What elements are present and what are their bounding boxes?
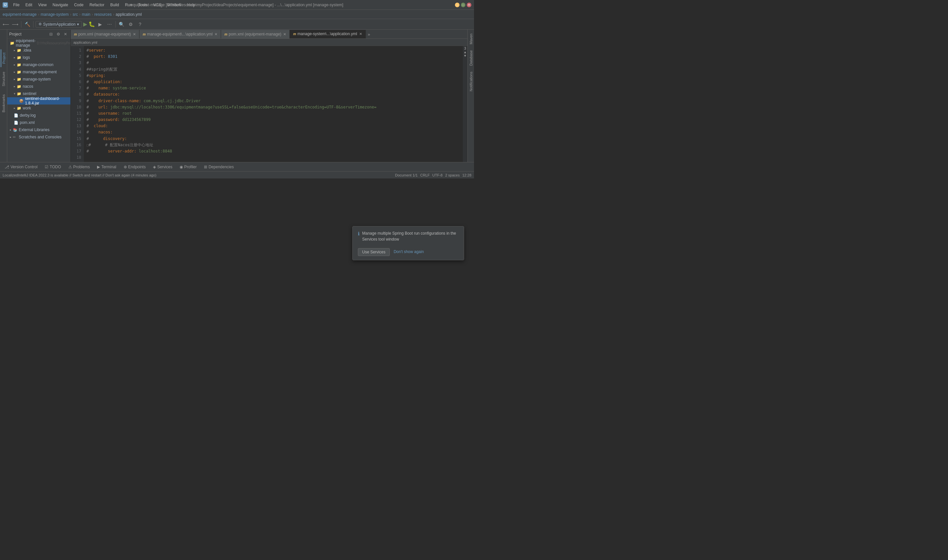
breadcrumb-item-1[interactable]: equipment-manage <box>3 12 37 17</box>
tree-item-manage-equipment[interactable]: ▸📁manage-equipment <box>7 68 70 75</box>
bottom-tab-problems[interactable]: ⚠ Problems <box>65 164 93 170</box>
notifications-tool-window[interactable]: Notifications <box>468 69 474 94</box>
breadcrumb-item-3[interactable]: src <box>73 12 78 17</box>
maximize-button[interactable]: □ <box>461 3 465 7</box>
tree-item-pom-xml[interactable]: 📄pom.xml <box>7 119 70 126</box>
breadcrumb-item-5[interactable]: resources <box>94 12 112 17</box>
bottom-tab-endpoints[interactable]: ⊕ Endpoints <box>120 164 149 170</box>
line-number-4: 4 <box>71 66 81 72</box>
coverage-button[interactable]: ▶ <box>96 20 104 28</box>
more-run-button[interactable]: ⋯ <box>106 20 113 28</box>
editor-tab-1[interactable]: m manage-equipment\...\application.yml ✕ <box>139 30 221 38</box>
tab-more-button[interactable]: » <box>366 30 372 38</box>
code-line-10: # url: jdbc:mysql://localhost:3306/equip… <box>86 104 460 111</box>
tree-item-manage-common[interactable]: ▸📁manage-common <box>7 61 70 68</box>
menu-refactor[interactable]: Refactor <box>87 2 107 8</box>
bottom-tab-services[interactable]: ◈ Services <box>150 164 176 170</box>
bottom-tab-todo[interactable]: ☑ TODO <box>42 164 64 170</box>
search-button[interactable]: 🔍 <box>118 20 126 28</box>
line-number-6: 6 <box>71 79 81 85</box>
menu-code[interactable]: Code <box>71 2 86 8</box>
gutter-up[interactable]: ▲ <box>463 50 467 54</box>
code-line-1: #server: <box>86 47 460 54</box>
run-config-selector[interactable]: ⚙ SystemApplication ▾ <box>36 21 82 28</box>
tab-close-2[interactable]: ✕ <box>283 32 286 37</box>
database-tool-window[interactable]: Database <box>468 48 474 68</box>
gutter-down[interactable]: ▼ <box>463 54 467 57</box>
line-number-2: 2 <box>71 54 81 60</box>
left-tool-windows: Project Structure Bookmarks <box>0 29 7 162</box>
tree-item-scratches-and-consoles[interactable]: ▸✏Scratches and Consoles <box>7 134 70 141</box>
structure-tool-window[interactable]: Structure <box>1 68 6 90</box>
tree-item-work[interactable]: ▸📁work <box>7 105 70 112</box>
breadcrumb-item-2[interactable]: manage-system <box>40 12 68 17</box>
bottom-tab-label-6: Profiler <box>184 165 197 169</box>
code-line-11: # username: root <box>86 111 460 117</box>
code-editor[interactable]: 123456789101112131415161718 #server:# po… <box>71 46 468 162</box>
bottom-tool-windows: ⎇ Version Control☑ TODO⚠ Problems▶ Termi… <box>0 162 474 171</box>
tree-item-derby-log[interactable]: 📄derby.log <box>7 112 70 119</box>
bottom-tab-version-control[interactable]: ⎇ Version Control <box>1 164 41 170</box>
bottom-tab-terminal[interactable]: ▶ Terminal <box>94 164 119 170</box>
settings-project-button[interactable]: ⚙ <box>55 31 61 37</box>
editor-tab-3[interactable]: m manage-system\...\application.yml ✕ <box>290 30 366 38</box>
editor-tab-0[interactable]: m pom.xml (manage-equipment) ✕ <box>71 30 139 38</box>
status-indent[interactable]: 2 spaces <box>445 173 460 177</box>
minimize-button[interactable]: – <box>455 3 460 7</box>
line-numbers: 123456789101112131415161718 <box>71 46 84 162</box>
tree-item-manage-system[interactable]: ▸📁manage-system <box>7 75 70 83</box>
code-line-6: # application: <box>86 79 460 85</box>
bottom-tab-profiler[interactable]: ◉ Profiler <box>176 164 200 170</box>
right-gutter: 3 ▲ ▼ <box>463 46 468 162</box>
maven-tool-window[interactable]: Maven <box>468 31 474 47</box>
build-button[interactable]: 🔨 <box>23 20 31 28</box>
tree-item-equipment-manage[interactable]: 📁equipment-manage D:\YhcResource\myProje… <box>7 40 70 47</box>
breadcrumb-item-4[interactable]: main <box>82 12 91 17</box>
tree-item-external-libraries[interactable]: ▸📚External Libraries <box>7 126 70 134</box>
bottom-tab-dependencies[interactable]: ⊞ Dependencies <box>201 164 237 170</box>
tree-item--idea[interactable]: ▸📁.idea <box>7 47 70 54</box>
status-charset[interactable]: UTF-8 <box>432 173 442 177</box>
line-number-3: 3 <box>71 60 81 66</box>
editor-tab-2[interactable]: m pom.xml (equipment-manage) ✕ <box>221 30 290 38</box>
use-services-button[interactable]: Use Services <box>358 248 390 256</box>
run-config-icon: ⚙ <box>39 22 42 26</box>
forward-button[interactable]: ⟶ <box>11 20 19 28</box>
code-line-15: # discovery: <box>86 136 460 142</box>
menu-edit[interactable]: Edit <box>23 2 35 8</box>
debug-button[interactable]: 🐛 <box>88 21 95 27</box>
toolbar-sep-2 <box>33 21 34 28</box>
bookmarks-tool-window[interactable]: Bookmarks <box>1 91 6 116</box>
project-panel-header: Project ⊟ ⚙ ✕ <box>7 29 70 39</box>
line-number-18: 18 <box>71 154 81 161</box>
menu-view[interactable]: View <box>36 2 49 8</box>
tab-close-0[interactable]: ✕ <box>133 32 136 37</box>
tree-label: .idea <box>23 48 31 52</box>
tree-item-sentinel-dashboard-1-8-4-jar[interactable]: 📦sentinel-dashboard-1.8.4.jar <box>7 97 70 105</box>
dont-show-again-button[interactable]: Don't show again <box>394 248 424 256</box>
close-button[interactable]: ✕ <box>467 3 471 7</box>
menu-build[interactable]: Build <box>108 2 122 8</box>
editor-breadcrumb: application.yml <box>71 39 468 46</box>
editor-breadcrumb-file: application.yml <box>73 40 97 45</box>
run-button[interactable]: ▶ <box>83 21 87 27</box>
collapse-all-button[interactable]: ⊟ <box>48 31 54 37</box>
tree-item-nacos[interactable]: ▸📁nacos <box>7 83 70 90</box>
code-content[interactable]: #server:# port: 8301###spring的配置#spring:… <box>84 46 463 162</box>
help-button[interactable]: ? <box>136 20 144 28</box>
menu-file[interactable]: File <box>11 2 22 8</box>
bottom-tab-icon-1: ☑ <box>45 165 48 169</box>
settings-button[interactable]: ⚙ <box>127 20 135 28</box>
right-tool-windows: Maven Database Notifications <box>468 29 474 162</box>
tab-close-3[interactable]: ✕ <box>359 32 362 36</box>
status-encoding[interactable]: CRLF <box>420 173 430 177</box>
line-number-17: 17 <box>71 148 81 154</box>
bottom-tab-icon-5: ◈ <box>153 165 156 169</box>
menu-navigate[interactable]: Navigate <box>50 2 71 8</box>
tab-close-1[interactable]: ✕ <box>215 32 218 37</box>
close-project-panel-button[interactable]: ✕ <box>62 31 68 37</box>
project-tool-window[interactable]: Project <box>1 49 6 67</box>
window-title: equipment-manage [D:\YhcResource\myProje… <box>131 3 343 7</box>
tree-item-logs[interactable]: ▸📁logs <box>7 54 70 61</box>
back-button[interactable]: ⟵ <box>2 20 10 28</box>
